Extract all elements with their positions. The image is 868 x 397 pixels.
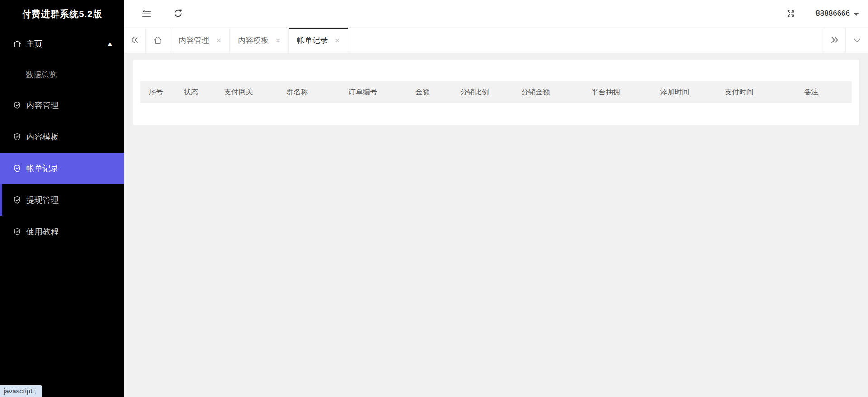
- sidebar-item-label: 帐单记录: [26, 163, 59, 174]
- content-area: 序号 状态 支付网关 群名称 订单编号 金额 分销比例 分销金额 平台抽拥 添加…: [124, 53, 868, 397]
- sidebar-subitem-label: 数据总览: [26, 70, 57, 80]
- sidebar-item-home[interactable]: 主页 ▲: [0, 28, 124, 60]
- column-header: 状态: [172, 88, 210, 97]
- column-header: 序号: [140, 88, 172, 97]
- user-menu[interactable]: 88886666: [816, 9, 859, 18]
- table-card: 序号 状态 支付网关 群名称 订单编号 金额 分销比例 分销金额 平台抽拥 添加…: [133, 60, 859, 125]
- tab-home[interactable]: [146, 28, 170, 53]
- shield-check-icon: [13, 132, 22, 141]
- sidebar-item-data-overview[interactable]: 数据总览: [0, 60, 124, 89]
- column-header: 添加时间: [642, 88, 708, 97]
- sidebar-item-withdraw-manage[interactable]: 提现管理: [0, 184, 124, 216]
- chevron-up-icon: ▲: [107, 41, 113, 47]
- app-root: 付费进群系统5.2版 主页 ▲ 数据总览 内容管理: [0, 0, 868, 397]
- sidebar-item-label: 内容管理: [26, 100, 59, 111]
- tab-label: 帐单记录: [297, 35, 328, 46]
- browser-status-tooltip: javascript:;: [0, 385, 42, 397]
- username: 88886666: [816, 9, 850, 18]
- column-header: 金额: [398, 88, 448, 97]
- sidebar-item-content-template[interactable]: 内容模板: [0, 121, 124, 153]
- tab-content-manage[interactable]: 内容管理 ×: [170, 28, 230, 53]
- column-header: 群名称: [267, 88, 328, 97]
- tabbar-spacer: [348, 28, 824, 53]
- shield-check-icon: [13, 164, 22, 173]
- tabs-scroll-right-button[interactable]: [824, 28, 845, 53]
- sidebar-item-label: 使用教程: [26, 226, 59, 237]
- close-icon[interactable]: ×: [335, 37, 340, 44]
- shield-check-icon: [13, 196, 22, 205]
- tabs-scroll-left-button[interactable]: [124, 28, 146, 53]
- topbar-right: 88886666: [786, 9, 859, 19]
- fullscreen-icon[interactable]: [786, 9, 796, 19]
- chevrons-right-icon: [829, 35, 840, 46]
- shield-check-icon: [13, 227, 22, 236]
- sidebar-item-label: 内容模板: [26, 131, 59, 142]
- close-icon[interactable]: ×: [276, 37, 280, 44]
- sidebar-item-label: 主页: [26, 38, 42, 49]
- topbar: 88886666: [124, 0, 868, 28]
- home-icon: [13, 39, 22, 48]
- tabs-menu-button[interactable]: [845, 28, 868, 53]
- sidebar-nav: 主页 ▲ 数据总览 内容管理 内容模板: [0, 28, 124, 248]
- sidebar-item-billing-records[interactable]: 帐单记录: [0, 153, 124, 184]
- chevrons-left-icon: [129, 35, 140, 46]
- tab-label: 内容模板: [238, 35, 269, 46]
- tab-label: 内容管理: [179, 35, 209, 46]
- collapse-menu-icon[interactable]: [142, 9, 151, 19]
- sidebar: 付费进群系统5.2版 主页 ▲ 数据总览 内容管理: [0, 0, 124, 397]
- tabbar: 内容管理 × 内容模板 × 帐单记录 ×: [124, 28, 868, 53]
- shield-check-icon: [13, 101, 22, 110]
- tab-billing-records[interactable]: 帐单记录 ×: [289, 28, 348, 53]
- home-icon: [153, 35, 163, 45]
- sidebar-item-tutorial[interactable]: 使用教程: [0, 216, 124, 248]
- chevron-down-icon: [852, 35, 862, 45]
- close-icon[interactable]: ×: [217, 37, 221, 44]
- refresh-icon[interactable]: [173, 9, 183, 19]
- app-title: 付费进群系统5.2版: [0, 0, 124, 28]
- column-header: 订单编号: [328, 88, 398, 97]
- tab-content-template[interactable]: 内容模板 ×: [230, 28, 289, 53]
- column-header: 支付时间: [708, 88, 771, 97]
- column-header: 分销比例: [448, 88, 502, 97]
- column-header: 备注: [771, 88, 852, 97]
- sidebar-item-content-manage[interactable]: 内容管理: [0, 89, 124, 121]
- column-header: 平台抽拥: [570, 88, 642, 97]
- sidebar-item-label: 提现管理: [26, 195, 59, 206]
- column-header: 分销金额: [502, 88, 570, 97]
- column-header: 支付网关: [210, 88, 267, 97]
- table-header-row: 序号 状态 支付网关 群名称 订单编号 金额 分销比例 分销金额 平台抽拥 添加…: [140, 81, 852, 103]
- main-area: 88886666 内容管理 × 内容模板: [124, 0, 868, 397]
- caret-down-icon: [854, 13, 859, 16]
